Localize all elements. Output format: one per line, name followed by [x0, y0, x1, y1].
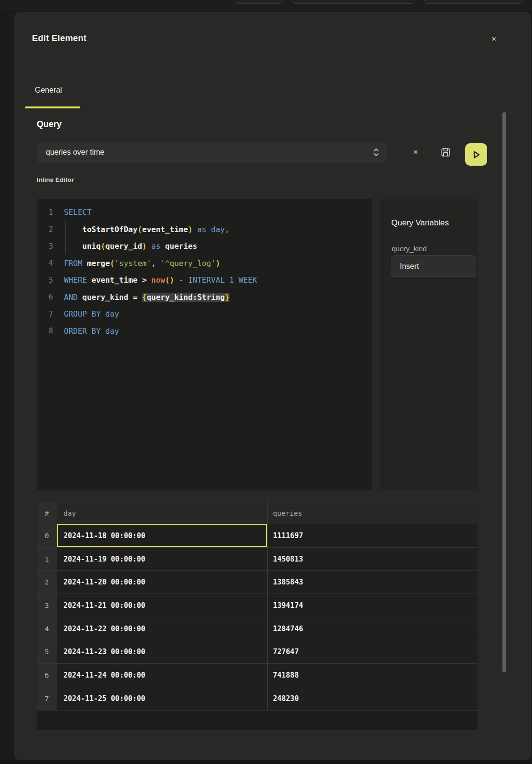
row-index-cell[interactable]: 1: [37, 548, 57, 571]
row-index-cell[interactable]: 4: [37, 617, 57, 640]
code-token: AND: [64, 293, 78, 302]
code-token: as: [197, 225, 206, 234]
insert-variable-button[interactable]: Insert: [391, 255, 476, 277]
code-token: toStartOfDay: [83, 225, 138, 234]
code-token: WEEK: [239, 276, 257, 285]
indent-guide: [65, 221, 66, 255]
day-cell[interactable]: 2024-11-20 00:00:00: [57, 571, 267, 594]
queries-cell[interactable]: 248230: [267, 687, 478, 710]
row-index-cell[interactable]: 6: [37, 664, 57, 687]
day-cell[interactable]: 2024-11-19 00:00:00: [57, 548, 267, 571]
table-row[interactable]: 12024-11-19 00:00:001450813: [37, 548, 478, 571]
line-number: 6: [37, 293, 53, 301]
code-token: day: [105, 309, 119, 318]
close-icon: ×: [413, 148, 418, 157]
code-token: BY: [92, 327, 101, 336]
code-token: event_time: [92, 276, 137, 285]
line-number: 4: [37, 259, 53, 267]
code-line[interactable]: 1SELECT: [37, 204, 372, 221]
code-token: [87, 327, 92, 336]
column-header-index[interactable]: #: [37, 502, 57, 524]
queries-cell[interactable]: 1385843: [267, 571, 478, 594]
code-token: query_kind:String: [146, 293, 225, 302]
query-select[interactable]: queries over time: [37, 142, 386, 163]
queries-cell[interactable]: 1284746: [267, 617, 478, 640]
code-token: ): [216, 259, 220, 268]
table-row[interactable]: 02024-11-18 00:00:001111697: [37, 524, 478, 548]
line-text: SELECT: [64, 208, 92, 217]
code-line[interactable]: 7GROUP BY day: [37, 306, 372, 323]
code-token: ORDER: [64, 327, 87, 336]
queries-cell[interactable]: 1394174: [267, 594, 478, 617]
code-token: [225, 276, 229, 285]
code-line[interactable]: 5WHERE event_time > now() - INTERVAL 1 W…: [37, 272, 372, 289]
code-token: day: [105, 327, 119, 336]
code-line[interactable]: 2 toStartOfDay(event_time) as day,: [37, 221, 372, 238]
close-icon[interactable]: ×: [487, 32, 501, 46]
vertical-scrollbar[interactable]: [502, 112, 506, 672]
dialog-title: Edit Element: [32, 33, 86, 43]
code-token: [87, 276, 92, 285]
day-cell[interactable]: 2024-11-18 00:00:00: [57, 524, 267, 547]
code-line[interactable]: 6AND query_kind = {query_kind:String}: [37, 289, 372, 306]
code-token: [234, 276, 239, 285]
day-cell[interactable]: 2024-11-25 00:00:00: [57, 687, 267, 710]
results-table: # day queries 02024-11-18 00:00:00111169…: [37, 502, 478, 730]
code-line[interactable]: 3 uniq(query_id) as queries: [37, 238, 372, 255]
table-row[interactable]: 52024-11-23 00:00:00727647: [37, 640, 478, 664]
edit-element-dialog: Edit Element × General Query queries ove…: [14, 12, 531, 760]
column-header-day[interactable]: day: [57, 502, 267, 524]
code-token: [101, 309, 105, 318]
save-query-button[interactable]: [439, 146, 452, 159]
queries-cell[interactable]: 727647: [267, 640, 478, 663]
column-header-queries[interactable]: queries: [267, 502, 478, 524]
code-token: [193, 225, 198, 234]
line-number: 3: [37, 242, 53, 251]
queries-cell[interactable]: 1450813: [267, 548, 478, 571]
query-select-value: queries over time: [46, 148, 373, 157]
queries-cell[interactable]: 741888: [267, 664, 478, 687]
code-line[interactable]: 8ORDER BY day: [37, 323, 372, 340]
code-token: =: [133, 293, 138, 302]
table-row[interactable]: 62024-11-24 00:00:00741888: [37, 664, 478, 687]
tab-general[interactable]: General: [35, 86, 62, 95]
code-line[interactable]: 4FROM merge('system', '^query_log'): [37, 255, 372, 272]
day-cell[interactable]: 2024-11-24 00:00:00: [57, 664, 267, 687]
day-cell[interactable]: 2024-11-22 00:00:00: [57, 617, 267, 640]
table-row[interactable]: 32024-11-21 00:00:001394174: [37, 594, 478, 617]
background-toolbar-button: [235, 0, 282, 4]
row-index-cell[interactable]: 0: [37, 524, 57, 547]
query-variables-title: Query Variables: [391, 218, 449, 228]
table-row[interactable]: 22024-11-20 00:00:001385843: [37, 571, 478, 594]
code-token: GROUP: [64, 309, 87, 318]
code-token: queries: [165, 242, 197, 251]
code-token: [160, 242, 165, 251]
row-index-cell[interactable]: 7: [37, 687, 57, 710]
code-token: (: [101, 242, 105, 251]
code-token: day: [211, 225, 225, 234]
code-token: SELECT: [64, 208, 92, 217]
line-text: AND query_kind = {query_kind:String}: [64, 293, 229, 302]
line-text: toStartOfDay(event_time) as day,: [64, 225, 229, 234]
code-token: [207, 225, 211, 234]
background-toolbar-button: [292, 0, 415, 4]
table-row[interactable]: 72024-11-25 00:00:00248230: [37, 687, 478, 711]
row-index-cell[interactable]: 3: [37, 594, 57, 617]
code-token: [146, 276, 151, 285]
code-token: [64, 225, 83, 234]
code-token: [83, 259, 87, 268]
sql-code-editor[interactable]: 1SELECT2 toStartOfDay(event_time) as day…: [37, 199, 372, 490]
clear-query-button[interactable]: ×: [409, 146, 422, 159]
code-token: BY: [92, 309, 101, 318]
line-text: uniq(query_id) as queries: [64, 242, 197, 251]
query-section-heading: Query: [37, 119, 62, 129]
day-cell[interactable]: 2024-11-21 00:00:00: [57, 594, 267, 617]
table-row[interactable]: 42024-11-22 00:00:001284746: [37, 617, 478, 641]
code-token: event_time: [142, 225, 188, 234]
queries-cell[interactable]: 1111697: [267, 524, 478, 547]
row-index-cell[interactable]: 5: [37, 640, 57, 663]
row-index-cell[interactable]: 2: [37, 571, 57, 594]
run-query-button[interactable]: [465, 143, 487, 166]
code-token: (: [110, 259, 115, 268]
day-cell[interactable]: 2024-11-23 00:00:00: [57, 640, 267, 663]
